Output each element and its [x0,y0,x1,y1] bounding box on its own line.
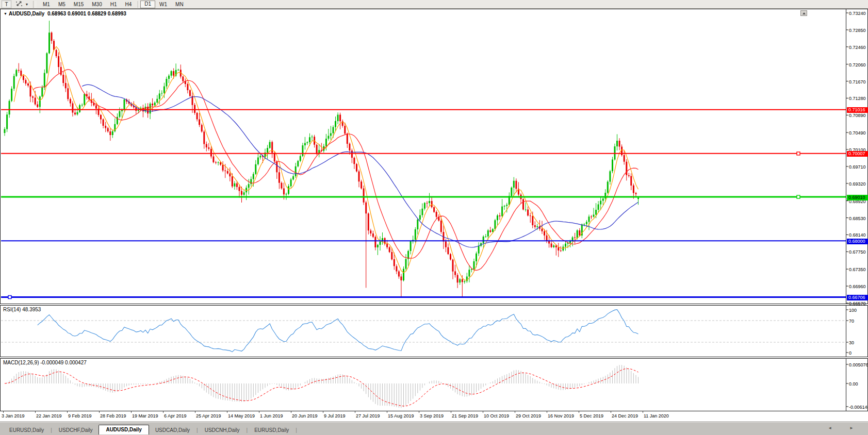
date-axis-tick [67,411,68,413]
tab-scroll-arrows: ◄ ► [828,426,854,431]
date-axis-tick [611,411,611,413]
timeframe-button-h4[interactable]: H4 [121,1,136,8]
date-axis-tick [451,411,451,413]
date-axis-tick [227,411,227,413]
price-tick-label: 0.68140 [849,232,866,238]
date-tick-label: 19 Mar 2019 [132,413,158,419]
date-axis-tick [131,411,132,413]
chart-tab-eurusd-daily[interactable]: EURUSD,Daily [3,426,50,434]
chart-tab-bar: EURUSD,Daily|USDCHF,DailyAUDUSD,DailyUSD… [0,422,868,435]
macd-label: MACD(12,26,9) -0.000049 0.000427 [3,360,87,365]
main-chart-panel: ▼AUDUSD,Daily 0.68963 0.69001 0.68829 0.… [0,9,868,304]
timeframe-button-mn[interactable]: MN [171,1,188,8]
ma-line-34 [82,85,638,247]
rsi-chart-canvas[interactable] [1,306,867,357]
date-tick-label: 14 May 2019 [228,413,255,419]
cursor-tool-button[interactable] [14,1,24,8]
up-triangle-icon [803,12,806,14]
date-axis-tick [355,411,355,413]
chart-tab-usdcad-daily[interactable]: USDCAD,Daily [149,426,196,434]
rsi-tick-label: 100 [849,308,857,313]
price-tick-label: 0.66570 [849,301,866,306]
date-tick-label: 9 Jul 2019 [324,413,346,419]
chart-title: ▼AUDUSD,Daily 0.68963 0.69001 0.68829 0.… [4,11,126,16]
rsi-tick-label: 0 [849,350,851,356]
rsi-line [38,310,638,352]
axis-scroll-button[interactable] [800,10,807,16]
collapse-arrow-icon[interactable]: ▼ [4,12,7,15]
price-chart-canvas[interactable] [1,9,867,304]
date-tick-label: 11 Jan 2020 [644,413,669,419]
date-tick-label: 15 Aug 2019 [388,413,414,419]
date-axis-tick [291,411,291,413]
timeframe-button-m1[interactable]: M1 [39,1,54,8]
up-candle-wicks [5,21,638,285]
price-tick-label: 0.72060 [849,62,866,68]
date-tick-label: 27 Jul 2019 [356,413,380,419]
date-tick-label: 29 Oct 2019 [516,413,541,419]
date-tick-label: 21 Sep 2019 [452,413,478,419]
date-axis-tick [99,411,100,413]
tab-scroll-right-button[interactable]: ► [849,426,854,431]
date-tick-label: 10 Oct 2019 [484,413,509,419]
hline-handle[interactable] [797,152,800,155]
macd-tick-label: -0.006148 [849,405,868,410]
date-axis-tick [483,411,483,413]
price-line-badge-0.71016: 0.71016 [847,107,868,113]
rsi-tick-label: 30 [849,340,854,345]
date-tick-label: 6 Apr 2019 [164,413,187,419]
chart-tab-usdchf-daily[interactable]: USDCHF,Daily [53,426,99,434]
tab-scroll-left-button[interactable]: ◄ [828,426,832,431]
crosshair-arrows-icon [15,1,23,8]
date-axis-tick [259,411,259,413]
date-axis-tick [579,411,579,413]
date-axis[interactable]: 3 Jan 201922 Jan 20199 Feb 201928 Feb 20… [0,411,868,422]
date-tick-label: 3 Sep 2019 [420,413,444,419]
toolbar-separator [138,1,138,8]
macd-chart-canvas[interactable] [1,359,867,411]
timeframe-button-h1[interactable]: H1 [106,1,121,8]
timeframe-button-d1[interactable]: D1 [140,1,155,8]
rsi-indicator-panel: RSI(14) 48.3953 10070300 [0,305,868,357]
text-tool-button[interactable]: T [2,1,11,8]
date-tick-label: 20 Jun 2019 [292,413,318,419]
chart-tabs: EURUSD,Daily|USDCHF,DailyAUDUSD,DailyUSD… [3,424,298,434]
date-axis-tick [643,411,643,413]
price-line-badge-0.66706: 0.66706 [847,295,868,300]
price-tick-label: 0.72460 [849,45,866,50]
price-tick-label: 0.70490 [849,130,866,136]
date-axis-tick [163,411,163,413]
down-candle-wicks [19,31,636,297]
hline-handle[interactable] [797,195,800,198]
rsi-tick-label: 70 [849,319,854,324]
timeframe-button-w1[interactable]: W1 [155,1,171,8]
date-tick-label: 5 Dec 2019 [580,413,603,419]
price-tick-label: 0.66960 [849,284,866,289]
date-axis-tick [35,411,36,413]
date-tick-label: 3 Jan 2019 [2,413,25,419]
price-tick-label: 0.67350 [849,267,866,272]
timeframe-button-m30[interactable]: M30 [88,1,106,8]
chart-tab-usdcnh-daily[interactable]: USDCNH,Daily [199,426,246,434]
chart-symbol-period: AUDUSD,Daily [9,11,44,16]
date-tick-label: 1 Jun 2019 [260,413,283,419]
macd-signal-line [5,369,638,406]
chart-tab-audusd-daily[interactable]: AUDUSD,Daily [99,425,149,434]
timeframe-button-m15[interactable]: M15 [70,1,88,8]
timeframe-button-m5[interactable]: M5 [54,1,70,8]
chart-tab-eurusd-daily[interactable]: EURUSD,Daily [248,426,295,434]
macd-indicator-panel: MACD(12,26,9) -0.000049 0.000427 0.00507… [0,358,868,411]
macd-tick-label: 0.005076 [849,362,868,367]
price-tick-label: 0.69710 [849,164,866,170]
date-tick-label: 25 Apr 2019 [196,413,221,419]
hline-handle[interactable] [8,295,11,298]
cursor-tool-dropdown-caret[interactable]: ▼ [24,1,29,8]
date-axis-tick [323,411,323,413]
rsi-label: RSI(14) 48.3953 [3,307,41,312]
macd-tick-label: 0.00 [849,381,858,387]
up-candle-bodies [4,32,640,282]
date-axis-tick [387,411,387,413]
chart-ohlc-values: 0.68963 0.69001 0.68829 0.68993 [47,11,126,16]
toolbar-grip[interactable] [33,1,36,8]
price-line-badge-0.68000: 0.68000 [847,239,868,244]
